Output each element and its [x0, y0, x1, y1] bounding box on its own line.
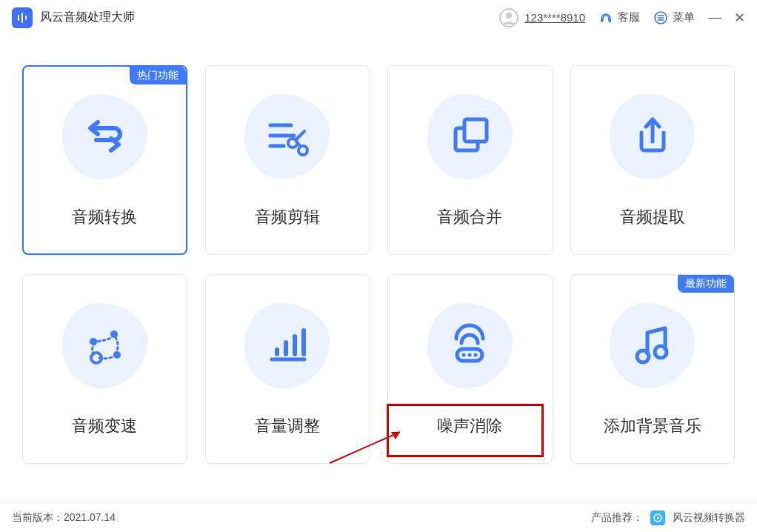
svg-point-31 — [462, 353, 466, 357]
footer: 当前版本：2021.07.14 产品推荐： 风云视频转换器 — [0, 502, 757, 532]
svg-rect-26 — [275, 348, 279, 356]
svg-rect-28 — [293, 334, 297, 356]
card-volume-adjust[interactable]: 音量调整 — [205, 274, 370, 464]
menu-button[interactable]: 菜单 — [653, 10, 695, 25]
svg-point-32 — [468, 353, 472, 357]
svg-rect-1 — [21, 13, 23, 23]
card-label: 噪声消除 — [437, 415, 502, 437]
svg-rect-19 — [464, 119, 487, 142]
card-add-bgm[interactable]: 最新功能 添加背景音乐 — [570, 274, 736, 464]
card-audio-edit[interactable]: 音频剪辑 — [205, 65, 370, 255]
card-noise-removal[interactable]: 噪声消除 — [387, 274, 553, 464]
titlebar: 风云音频处理大师 123****8910 客服 菜单 — ✕ — [0, 0, 757, 36]
convert-icon — [79, 110, 130, 162]
merge-icon — [444, 110, 496, 162]
svg-rect-0 — [18, 15, 19, 21]
support-label: 客服 — [618, 10, 640, 24]
avatar-icon[interactable] — [499, 8, 518, 27]
card-audio-merge[interactable]: 音频合并 — [387, 65, 553, 255]
noise-icon — [444, 319, 496, 371]
app-title: 风云音频处理大师 — [40, 10, 135, 25]
support-button[interactable]: 客服 — [598, 10, 640, 25]
headset-icon — [598, 10, 613, 25]
menu-label: 菜单 — [673, 10, 695, 24]
card-label: 音频合并 — [437, 206, 502, 228]
close-button[interactable]: ✕ — [733, 10, 745, 26]
card-label: 音频变速 — [72, 415, 137, 437]
card-label: 音频转换 — [72, 206, 137, 228]
svg-rect-5 — [601, 19, 603, 22]
app-logo-icon — [12, 7, 33, 28]
card-label: 音频提取 — [620, 206, 685, 228]
recommend-label: 产品推荐： — [591, 511, 643, 525]
svg-point-35 — [655, 346, 667, 358]
music-icon — [627, 319, 678, 371]
card-audio-extract[interactable]: 音频提取 — [570, 65, 736, 255]
svg-rect-6 — [609, 19, 611, 22]
svg-point-4 — [506, 13, 512, 19]
speed-icon — [79, 319, 130, 371]
card-audio-speed[interactable]: 音频变速 — [22, 274, 187, 464]
badge-hot: 热门功能 — [130, 67, 186, 84]
recommend-product[interactable]: 风云视频转换器 — [673, 511, 745, 525]
svg-line-16 — [296, 131, 304, 140]
card-label: 添加背景音乐 — [604, 415, 701, 437]
card-audio-convert[interactable]: 热门功能 音频转换 — [22, 65, 187, 255]
extract-icon — [627, 110, 678, 162]
svg-rect-2 — [25, 16, 27, 20]
badge-new: 最新功能 — [678, 275, 734, 293]
svg-point-34 — [637, 350, 649, 362]
minimize-button[interactable]: — — [708, 10, 720, 25]
menu-icon — [653, 10, 668, 25]
feature-grid: 热门功能 音频转换 音频剪辑 音频合并 音频提取 音频变速 音量调整 — [0, 36, 757, 471]
edit-icon — [261, 110, 313, 162]
volume-icon — [261, 319, 313, 371]
version-label: 当前版本：2021.07.14 — [12, 511, 116, 525]
svg-rect-27 — [284, 340, 288, 356]
card-label: 音量调整 — [255, 415, 320, 437]
svg-point-33 — [474, 353, 478, 357]
card-label: 音频剪辑 — [255, 206, 320, 228]
recommend-logo-icon — [650, 511, 665, 525]
svg-rect-29 — [301, 328, 306, 356]
user-name[interactable]: 123****8910 — [524, 11, 585, 24]
